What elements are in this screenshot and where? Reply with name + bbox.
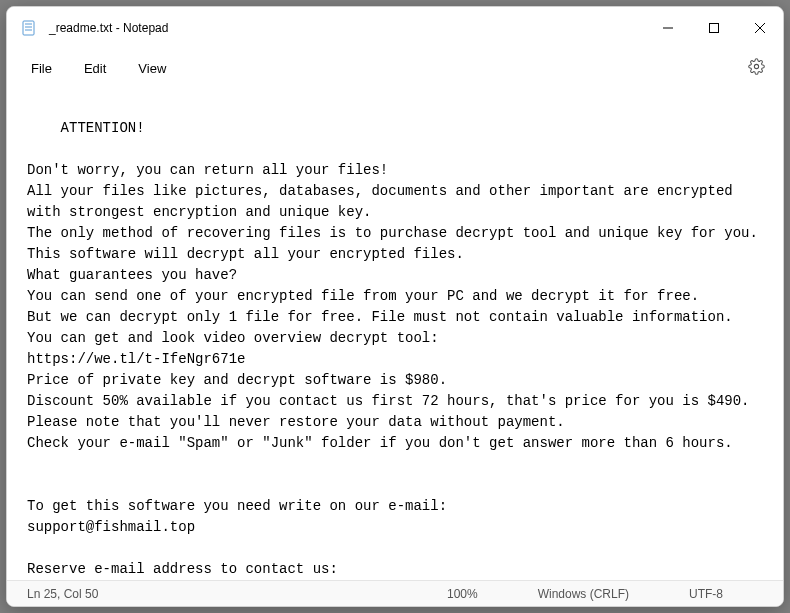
line-ending: Windows (CRLF) <box>538 587 629 601</box>
encoding: UTF-8 <box>689 587 723 601</box>
menu-edit[interactable]: Edit <box>68 55 122 82</box>
statusbar: Ln 25, Col 50 100% Windows (CRLF) UTF-8 <box>7 580 783 606</box>
cursor-position: Ln 25, Col 50 <box>27 587 98 601</box>
svg-rect-5 <box>710 24 719 33</box>
menubar: File Edit View <box>7 49 783 87</box>
zoom-level[interactable]: 100% <box>447 587 478 601</box>
svg-rect-0 <box>23 21 34 35</box>
text-editor[interactable]: ATTENTION! Don't worry, you can return a… <box>7 87 783 580</box>
settings-button[interactable] <box>738 52 775 85</box>
window-controls <box>645 7 783 49</box>
app-window: _readme.txt - Notepad File Edit View ATT… <box>6 6 784 607</box>
svg-point-8 <box>754 64 758 68</box>
window-title: _readme.txt - Notepad <box>49 21 645 35</box>
maximize-button[interactable] <box>691 7 737 49</box>
editor-content: ATTENTION! Don't worry, you can return a… <box>27 120 758 580</box>
notepad-icon <box>21 20 37 36</box>
menu-file[interactable]: File <box>15 55 68 82</box>
menu-view[interactable]: View <box>122 55 182 82</box>
close-button[interactable] <box>737 7 783 49</box>
titlebar: _readme.txt - Notepad <box>7 7 783 49</box>
minimize-button[interactable] <box>645 7 691 49</box>
